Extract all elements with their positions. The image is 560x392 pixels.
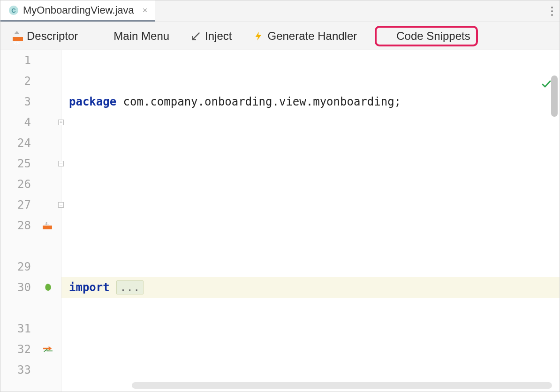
java-class-icon: C [9,6,18,15]
snippets-icon [382,31,393,41]
lightning-icon [253,31,264,41]
line-number: 25 – [0,153,61,174]
folded-placeholder[interactable]: ... [116,280,143,294]
close-icon[interactable]: × [143,6,148,15]
spring-bean-icon[interactable] [43,283,53,292]
code-line [69,339,560,360]
line-number: 26 [0,174,61,195]
editor-tab[interactable]: C MyOnboardingView.java × [0,0,155,22]
line-number: 28 <> [0,215,61,236]
line-number [0,298,61,318]
gutter: 1 2 3 4 + 24 25 – 26 27 – 28 <> [0,50,61,392]
code-area[interactable]: package com.company.onboarding.view.myon… [61,50,560,392]
line-number-text: 25 [17,157,31,170]
code-line [69,215,560,236]
main-menu-label: Main Menu [114,30,169,43]
code-snippets-label: Code Snippets [396,30,470,43]
line-number: 33 [0,360,61,380]
code-line: import ... [61,277,560,298]
inject-label: Inject [205,30,232,43]
line-number-text: 32 [17,343,31,356]
line-number: 30 [0,277,61,298]
code-line: package com.company.onboarding.view.myon… [69,91,560,112]
line-number: 27 – [0,195,61,215]
generate-handler-label: Generate Handler [267,30,357,43]
line-number: 2 [0,71,61,91]
code-snippets-button[interactable]: Code Snippets [375,26,477,46]
inject-icon [191,31,201,41]
tab-bar: C MyOnboardingView.java × [0,0,560,22]
editor-toolbar: <> Descriptor Main Menu Inject Generate … [0,22,560,50]
menu-icon [99,31,110,41]
navigate-icon[interactable] [43,346,53,353]
line-number-text: 4 [24,116,31,129]
descriptor-gutter-icon[interactable]: <> [42,221,53,230]
descriptor-icon: <> [13,31,23,41]
line-number: 1 [0,50,61,71]
line-number-text: 27 [17,198,31,211]
inject-button[interactable]: Inject [187,28,235,45]
line-number [0,236,61,256]
line-number: 3 [0,91,61,112]
descriptor-label: Descriptor [27,30,78,43]
vertical-scrollbar-thumb[interactable] [551,75,558,117]
descriptor-button[interactable]: <> Descriptor [9,28,82,45]
keyword-token: import [69,281,110,294]
line-number: 32 [0,339,61,360]
horizontal-scrollbar[interactable] [132,382,552,389]
inspection-ok-icon[interactable] [486,55,552,117]
line-number: 24 [0,133,61,153]
code-text: com.company.onboarding.view.myonboarding… [116,95,401,108]
line-number-text: 30 [17,281,31,294]
keyword-token: package [69,95,116,108]
line-number: 4 + [0,112,61,133]
tab-options-button[interactable] [551,0,553,22]
line-number: 29 [0,256,61,277]
ide-panel: C MyOnboardingView.java × <> Descriptor … [0,0,560,392]
line-number-text: 28 [17,219,31,232]
code-editor[interactable]: 1 2 3 4 + 24 25 – 26 27 – 28 <> [0,50,560,392]
code-line [69,153,560,174]
tab-filename: MyOnboardingView.java [23,4,134,16]
generate-handler-button[interactable]: Generate Handler [250,28,361,45]
main-menu-button[interactable]: Main Menu [96,28,173,45]
line-number: 31 [0,318,61,339]
kebab-icon [551,7,553,16]
